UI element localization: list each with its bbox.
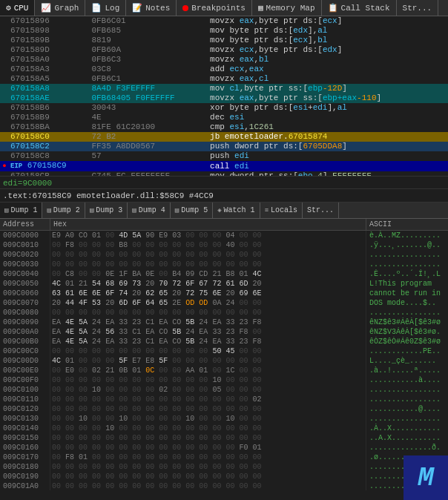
malwarebytes-logo: M xyxy=(403,455,448,500)
table-row[interactable]: 009C00C0 00 00 00 00 00 00 00 00 00 00 0… xyxy=(0,346,448,356)
table-row[interactable]: 009C0120 00 00 00 00 00 00 00 00 00 00 0… xyxy=(0,404,448,414)
table-row[interactable]: 6701589B 8819 mov byte ptr ds:[ecx],bl xyxy=(0,36,448,45)
table-row[interactable]: 670158BA 81FE 61C20100 cmp esi,1C261 xyxy=(0,122,448,132)
table-row[interactable]: 009C0010 00 F8 00 00 00 B8 00 00 00 00 0… xyxy=(0,240,448,250)
table-row[interactable]: 670158CB C745 FC FFFFFFFF mov dword ptr … xyxy=(0,171,448,176)
table-row[interactable]: 009C00E0 00 E0 00 02 21 0B 01 0C 00 00 A… xyxy=(0,366,448,375)
bytes-col: 0FB6C1 xyxy=(90,74,208,84)
table-row[interactable]: 009C00F0 00 00 00 00 00 00 00 00 00 00 0… xyxy=(0,375,448,385)
dump-hex: EA 4E 5A 24 56 33 C1 EA CO 5B 24 EA 33 2… xyxy=(50,327,366,337)
tab-graph[interactable]: 📈 Graph xyxy=(35,0,85,16)
table-row[interactable]: 009C0080 00 00 00 00 00 00 00 00 00 00 0… xyxy=(0,308,448,318)
table-row[interactable]: 009C00B0 EA 4E 5A 24 EA 33 23 C1 EA CO 5… xyxy=(0,337,448,346)
table-row[interactable]: 009C01A0 00 00 00 00 00 00 00 00 00 00 0… xyxy=(0,481,448,490)
dump-tab-5[interactable]: ▤ Dump 5 xyxy=(171,203,213,218)
tab-breakpoints[interactable]: Breakpoints xyxy=(177,0,252,16)
table-row[interactable]: 009C0050 4C 01 21 54 68 69 73 20 70 72 6… xyxy=(0,279,448,289)
addr-col: 670158C0 xyxy=(9,132,90,142)
dump-address: 009C0080 xyxy=(0,308,50,318)
dump-hex: 00 00 00 00 00 00 00 00 00 00 00 00 00 0… xyxy=(50,395,366,404)
table-row[interactable]: 670158C8 57 push edi xyxy=(0,151,448,161)
dot-col: ● xyxy=(0,161,9,171)
table-row[interactable]: 670158AE 0FB68405 F0FEFFFF movzx eax,byt… xyxy=(0,93,448,103)
table-row[interactable]: 009C0110 00 00 00 00 00 00 00 00 00 00 0… xyxy=(0,395,448,404)
locals-tab[interactable]: ≡ Locals xyxy=(260,203,303,218)
table-row[interactable]: 670158B9 4E dec esi xyxy=(0,113,448,122)
str-tab[interactable]: Str... xyxy=(303,203,339,218)
table-row[interactable]: 670158A3 03C8 add ecx,eax xyxy=(0,65,448,74)
dump3-label: Dump 3 xyxy=(96,206,122,214)
dot-col xyxy=(0,84,9,93)
table-row[interactable]: 6701589D 0FB60A movzx ecx,byte ptr ds:[e… xyxy=(0,45,448,55)
dump-tab-3[interactable]: ▤ Dump 3 xyxy=(85,203,128,218)
tab-cpu[interactable]: ⚙ CPU xyxy=(0,0,35,16)
tab-log-label: Log xyxy=(105,4,119,13)
watch-tab-1[interactable]: ◈ Watch 1 xyxy=(213,203,260,218)
table-row[interactable]: 009C0030 00 00 00 00 00 00 00 00 00 00 0… xyxy=(0,260,448,269)
table-row[interactable]: 009C0140 00 00 00 00 10 00 00 00 00 00 0… xyxy=(0,424,448,433)
info-text: .text:670158C9 emotetloader.dll:$58C9 #4… xyxy=(3,191,214,200)
table-row[interactable]: 670158A8 8A4D F3FEFFFF mov cl,byte ptr s… xyxy=(0,84,448,93)
tab-memory-map[interactable]: ▦ Memory Map xyxy=(252,0,322,16)
dump-hex: 00 00 00 10 00 00 00 00 02 00 00 00 05 0… xyxy=(50,385,366,395)
table-row[interactable]: 670158B6 30043 xor byte ptr ds:[esi+edi]… xyxy=(0,103,448,113)
dump-address: 009C0000 xyxy=(0,231,50,240)
dump-hex: 00 F8 00 00 00 B8 00 00 00 00 00 00 00 4… xyxy=(50,240,366,250)
table-row[interactable]: 009C0160 00 00 00 00 00 00 00 00 00 00 0… xyxy=(0,443,448,453)
table-row[interactable]: 009C0000 E9 A0 CO 01 00 4D 5A 90 E9 03 0… xyxy=(0,231,448,240)
table-row[interactable]: 009C0180 00 00 00 00 00 00 00 00 00 00 0… xyxy=(0,462,448,472)
table-row[interactable]: 009C0090 EA 4E 5A 24 EA 33 23 C1 EA CO 5… xyxy=(0,318,448,327)
table-row[interactable]: 670158C2 FF35 A8DD0567 push dword ptr ds… xyxy=(0,142,448,151)
table-row[interactable]: 009C0020 00 00 00 00 00 00 00 00 00 00 0… xyxy=(0,250,448,260)
dump-address: 009C0160 xyxy=(0,443,50,453)
table-row[interactable]: 009C0070 20 44 4F 53 20 6D 6F 64 65 2E O… xyxy=(0,298,448,308)
dump-hex: EA 4E 5A 24 EA 33 23 C1 EA CO 5B 24 EA 3… xyxy=(50,318,366,327)
table-row[interactable]: 670158A5 0FB6C1 movzx eax,cl xyxy=(0,74,448,84)
table-row[interactable]: 670158C0 72 B2 jb emotetloader.67015874 xyxy=(0,132,448,142)
dump-hex: E9 A0 CO 01 00 4D 5A 90 E9 03 00 00 00 0… xyxy=(50,231,366,240)
dump-content[interactable]: 009C0000 E9 A0 CO 01 00 4D 5A 90 E9 03 0… xyxy=(0,231,448,490)
dump-address: 009C0100 xyxy=(0,385,50,395)
dump-ascii: ..............ð. xyxy=(366,443,448,453)
dump-address: 009C00B0 xyxy=(0,337,50,346)
dump-ascii: êNZ$ê3#ÁêÀ[$ê3#ø xyxy=(366,318,448,327)
table-row[interactable]: 009C0170 00 F8 01 00 00 00 00 00 00 00 0… xyxy=(0,453,448,462)
table-row[interactable]: 009C0190 00 00 00 00 00 00 00 00 00 00 0… xyxy=(0,472,448,481)
ascii-header: ASCII xyxy=(366,219,448,230)
addr-col: 670158A3 xyxy=(9,65,90,74)
dot-col xyxy=(0,16,9,26)
table-row[interactable]: 009C0060 63 61 6E 6E 6F 74 20 62 65 20 7… xyxy=(0,289,448,298)
dump-tab-2[interactable]: ▤ Dump 2 xyxy=(42,203,85,218)
dump-ascii: L!This program xyxy=(366,279,448,289)
dump-ascii: .È....º..´.Í!¸.L xyxy=(366,269,448,279)
table-row[interactable]: 009C0130 00 00 10 00 00 10 00 00 00 00 1… xyxy=(0,414,448,424)
tab-call-stack[interactable]: 📋 Call Stack xyxy=(322,0,397,16)
dot-col xyxy=(0,93,9,103)
dump-tab-4[interactable]: ▤ Dump 4 xyxy=(128,203,170,218)
table-row[interactable]: 670158A0 0FB6C3 movzx eax,bl xyxy=(0,55,448,65)
dot-col xyxy=(0,65,9,74)
table-row[interactable]: 009C0040 00 C8 00 00 0E 1F BA 0E 00 B4 0… xyxy=(0,269,448,279)
table-row[interactable]: 009C0100 00 00 00 10 00 00 00 00 02 00 0… xyxy=(0,385,448,395)
mb-logo-icon: M xyxy=(418,463,434,493)
instr-col: mov byte ptr ds:[edx],al xyxy=(208,26,448,36)
tab-callstack-label: Call Stack xyxy=(341,4,390,13)
tab-log[interactable]: 📄 Log xyxy=(85,0,126,16)
instr-col: mov byte ptr ds:[ecx],bl xyxy=(208,36,448,45)
table-row[interactable]: 67015896 0FB6C01 movzx eax,byte ptr ds:[… xyxy=(0,16,448,26)
table-row[interactable]: 009C00D0 4C 01 00 00 00 5F E7 E8 5F 00 0… xyxy=(0,356,448,366)
eip-row[interactable]: ● EIP 670158C9 call edi xyxy=(0,161,448,171)
table-row[interactable]: 67015898 0FB685 mov byte ptr ds:[edx],al xyxy=(0,26,448,36)
tab-str[interactable]: Str... xyxy=(397,0,439,16)
main-container: ⚙ CPU 📈 Graph 📄 Log 📝 Notes Breakpoints … xyxy=(0,0,448,500)
dump-hex: EA 4E 5A 24 EA 33 23 C1 EA CO 5B 24 EA 3… xyxy=(50,337,366,346)
dump-tab-1[interactable]: ▤ Dump 1 xyxy=(0,203,42,218)
table-row[interactable]: 009C00A0 EA 4E 5A 24 56 33 C1 EA CO 5B 2… xyxy=(0,327,448,337)
tab-notes[interactable]: 📝 Notes xyxy=(126,0,177,16)
table-row[interactable]: 009C0150 00 00 00 00 00 00 00 00 00 00 0… xyxy=(0,433,448,443)
addr-col: 670158AE xyxy=(9,93,90,103)
dump-ascii: .ÿ...¸.......@.. xyxy=(366,240,448,250)
bytes-col: 8819 xyxy=(90,36,208,45)
dot-col xyxy=(0,103,9,113)
dump-hex: 00 00 00 00 00 00 00 00 00 00 00 00 00 0… xyxy=(50,481,366,490)
